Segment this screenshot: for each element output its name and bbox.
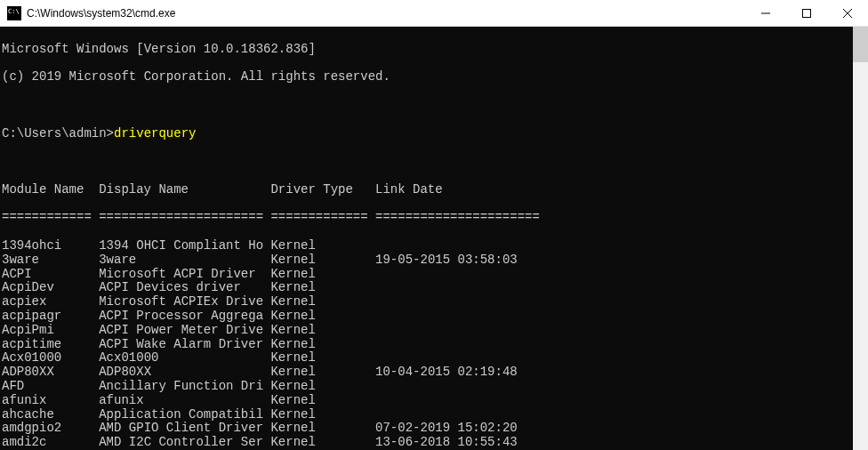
sep-display: ====================== [99,211,270,225]
table-row: AcpiDev ACPI Devices driver Kernel [2,281,868,295]
sep-type: ============= [270,211,375,225]
blank-line [2,155,868,169]
svg-rect-1 [803,9,811,17]
command-text: driverquery [114,126,196,141]
header-date: Link Date [375,183,443,197]
terminal-output[interactable]: Microsoft Windows [Version 10.0.18362.83… [0,27,868,450]
close-button[interactable] [827,0,868,26]
table-row: AFD Ancillary Function Dri Kernel [2,380,868,394]
header-module: Module Name [2,183,99,197]
table-rows: 1394ohci 1394 OHCI Compliant Ho Kernel 3… [2,239,868,450]
table-row: acpitime ACPI Wake Alarm Driver Kernel [2,338,868,352]
scrollbar-track[interactable] [853,27,868,450]
sep-module: ============ [2,211,99,225]
scrollbar-thumb[interactable] [853,27,868,62]
minimize-icon [761,9,770,18]
table-row: afunix afunix Kernel [2,394,868,408]
version-line: Microsoft Windows [Version 10.0.18362.83… [2,43,868,57]
copyright-line: (c) 2019 Microsoft Corporation. All righ… [2,70,868,84]
blank-line [2,99,868,113]
close-icon [843,9,852,18]
table-row: amdi2c AMD I2C Controller Ser Kernel 13-… [2,436,868,450]
prompt-text: C:\Users\admin> [2,126,114,141]
cmd-icon [7,6,21,20]
window-title: C:\Windows\system32\cmd.exe [27,7,745,20]
table-row: acpipagr ACPI Processor Aggrega Kernel [2,309,868,324]
table-row: amdgpio2 AMD GPIO Client Driver Kernel 0… [2,422,868,436]
header-type: Driver Type [270,183,375,197]
table-row: Acx01000 Acx01000 Kernel [2,351,868,366]
table-row: ACPI Microsoft ACPI Driver Kernel [2,268,868,282]
vertical-scrollbar[interactable] [853,27,868,450]
table-row: AcpiPmi ACPI Power Meter Drive Kernel [2,324,868,338]
table-row: ADP80XX ADP80XX Kernel 10-04-2015 02:19:… [2,366,868,380]
sep-date: ====================== [375,211,540,225]
table-row: 1394ohci 1394 OHCI Compliant Ho Kernel [2,239,868,253]
window-controls [745,0,868,26]
minimize-button[interactable] [745,0,786,26]
header-display: Display Name [99,183,270,197]
maximize-button[interactable] [786,0,827,26]
maximize-icon [802,9,811,18]
table-separator: ========================================… [2,211,868,225]
table-header: Module NameDisplay NameDriver TypeLink D… [2,183,868,197]
prompt-line: C:\Users\admin>driverquery [2,127,868,141]
window-titlebar: C:\Windows\system32\cmd.exe [0,0,868,27]
table-row: 3ware 3ware Kernel 19-05-2015 03:58:03 [2,253,868,268]
table-row: acpiex Microsoft ACPIEx Drive Kernel [2,295,868,309]
table-row: ahcache Application Compatibil Kernel [2,408,868,422]
